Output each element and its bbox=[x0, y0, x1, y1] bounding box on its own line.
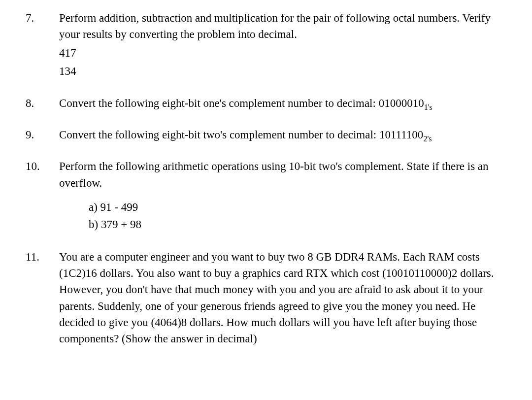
question-11: 11. You are a computer engineer and you … bbox=[20, 249, 512, 347]
question-number: 7. bbox=[20, 10, 59, 81]
question-body: Perform the following arithmetic operati… bbox=[59, 158, 512, 234]
question-8: 8. Convert the following eight-bit one's… bbox=[20, 95, 512, 113]
question-text: Convert the following eight-bit two's co… bbox=[59, 129, 423, 141]
question-text: Convert the following eight-bit one's co… bbox=[59, 97, 424, 109]
question-value: 417 bbox=[59, 45, 502, 61]
question-text: You are a computer engineer and you want… bbox=[59, 249, 502, 347]
sub-items: a) 91 - 499 b) 379 + 98 bbox=[89, 199, 502, 233]
question-body: Convert the following eight-bit two's co… bbox=[59, 127, 512, 144]
question-number: 9. bbox=[20, 127, 59, 144]
question-number: 8. bbox=[20, 95, 59, 113]
sub-item-a: a) 91 - 499 bbox=[89, 199, 502, 215]
subscript: 1's bbox=[424, 103, 432, 111]
question-9: 9. Convert the following eight-bit two's… bbox=[20, 127, 512, 144]
question-value: 134 bbox=[59, 63, 502, 79]
question-number: 10. bbox=[20, 158, 59, 234]
question-body: Perform addition, subtraction and multip… bbox=[59, 10, 512, 81]
question-body: Convert the following eight-bit one's co… bbox=[59, 95, 512, 113]
sub-item-b: b) 379 + 98 bbox=[89, 216, 502, 233]
question-body: You are a computer engineer and you want… bbox=[59, 249, 512, 347]
question-10: 10. Perform the following arithmetic ope… bbox=[20, 158, 512, 234]
question-number: 11. bbox=[20, 249, 59, 347]
question-7: 7. Perform addition, subtraction and mul… bbox=[20, 10, 512, 81]
question-text: Perform addition, subtraction and multip… bbox=[59, 10, 502, 43]
subscript: 2's bbox=[423, 134, 432, 143]
question-text: Perform the following arithmetic operati… bbox=[59, 158, 502, 191]
